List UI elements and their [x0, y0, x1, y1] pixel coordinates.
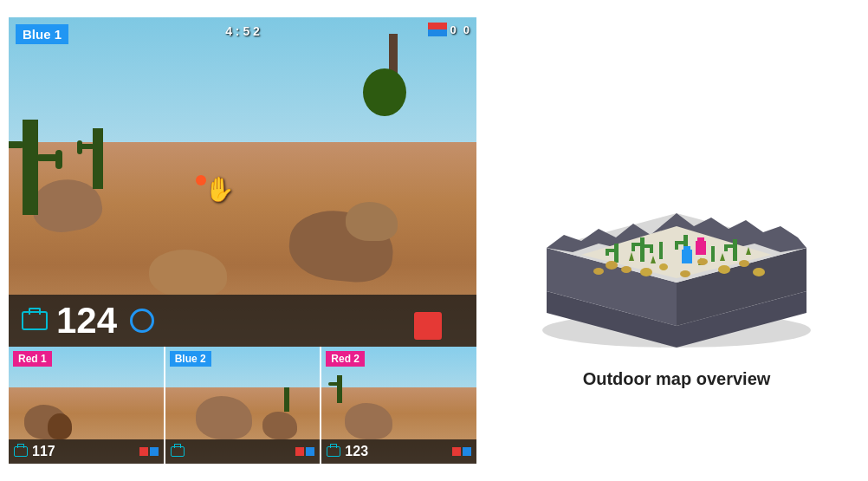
sub-player-label-red2: Red 2 [326, 351, 365, 367]
sub-player-label-red1: Red 1 [13, 351, 52, 367]
sub-cactus-3 [337, 375, 342, 403]
sub-rock-3 [262, 412, 297, 439]
map-player-blue-head [683, 246, 690, 251]
sub-flags-1 [139, 447, 159, 456]
sub-flags-3 [452, 447, 471, 456]
sub-flags-2 [295, 447, 314, 456]
sub-view-blue2: Blue 2 [165, 347, 321, 464]
score-display: 0 0 [428, 23, 470, 36]
sub-flag-b-3 [463, 447, 471, 456]
map-cactus-1-armv [606, 249, 609, 256]
map-player-red [696, 241, 706, 255]
sub-cactus-2 [284, 387, 289, 412]
flag-red [428, 23, 447, 29]
map-rock-10 [593, 268, 604, 275]
map-cactus-4-armv [675, 241, 678, 250]
main-health: 124 [56, 302, 117, 339]
sub-flag-b-1 [150, 447, 159, 456]
map-rock-5 [718, 265, 730, 274]
isometric-map [512, 92, 841, 352]
sub-health-1: 117 [32, 444, 55, 459]
sub-cam-2 [171, 446, 185, 457]
map-rock-6 [739, 260, 749, 267]
sub-cam-3 [327, 446, 340, 457]
camera-icon [22, 311, 48, 330]
map-rock-8 [680, 270, 690, 277]
map-cactus-3 [659, 242, 663, 259]
sub-hud-3: 123 [321, 439, 476, 464]
shield-icon [130, 309, 154, 333]
map-rock-4 [697, 258, 708, 265]
sub-terrain-3 [321, 387, 476, 439]
sub-views-container: Red 1 117 [9, 347, 476, 464]
main-player-label: Blue 1 [16, 24, 68, 44]
cactus-main-2 [93, 128, 103, 189]
map-cactus-2-armv2 [650, 244, 653, 253]
sub-flag-r-3 [452, 447, 461, 456]
main-player-view: Blue 1 4 : 5 2 0 0 ✋ 124 [9, 17, 476, 347]
map-cactus-2 [640, 237, 645, 262]
rock-3 [346, 202, 398, 241]
map-player-blue [682, 250, 692, 263]
tree-background [380, 34, 406, 116]
score-blue: 0 [463, 23, 470, 36]
map-cactus-5 [711, 246, 715, 262]
map-cactus-6 [733, 239, 737, 261]
map-rock-1 [606, 261, 618, 270]
sub-hud-1: 117 [9, 439, 164, 464]
sub-health-3: 123 [345, 444, 368, 459]
map-cactus-6-armv [724, 244, 728, 251]
game-timer: 4 : 5 2 [225, 24, 260, 38]
weapon-indicator [414, 312, 442, 340]
map-rock-3 [640, 268, 652, 276]
map-cactus-2-armv [632, 243, 635, 251]
sub-view-red2: Red 2 123 [321, 347, 476, 464]
map-rock-7 [753, 268, 765, 276]
map-section: Outdoor map overview [494, 83, 859, 398]
score-red: 0 [450, 23, 457, 36]
sub-flag-r-1 [139, 447, 148, 456]
main-hud-bar: 124 [9, 295, 476, 347]
main-container: Blue 1 4 : 5 2 0 0 ✋ 124 [0, 0, 868, 481]
cactus-main-left [23, 120, 38, 215]
map-cactus-1 [614, 244, 619, 263]
sub-hud-2 [165, 439, 321, 464]
flag-blue [428, 29, 447, 36]
sub-cam-1 [14, 446, 28, 457]
game-viewport: Blue 1 4 : 5 2 0 0 ✋ 124 [9, 17, 476, 464]
map-player-red-head [697, 237, 704, 243]
score-flag [428, 23, 447, 36]
crosshair: ✋ [204, 174, 235, 203]
sub-flag-b-2 [306, 447, 314, 456]
sub-rock-4 [345, 403, 392, 439]
player-blob-1 [48, 413, 72, 439]
map-rock-9 [659, 263, 668, 270]
sub-flag-r-2 [295, 447, 304, 456]
sub-player-label-blue2: Blue 2 [170, 351, 211, 367]
map-rock-2 [621, 266, 632, 273]
map-title: Outdoor map overview [583, 369, 771, 389]
sub-view-red1: Red 1 117 [9, 347, 164, 464]
